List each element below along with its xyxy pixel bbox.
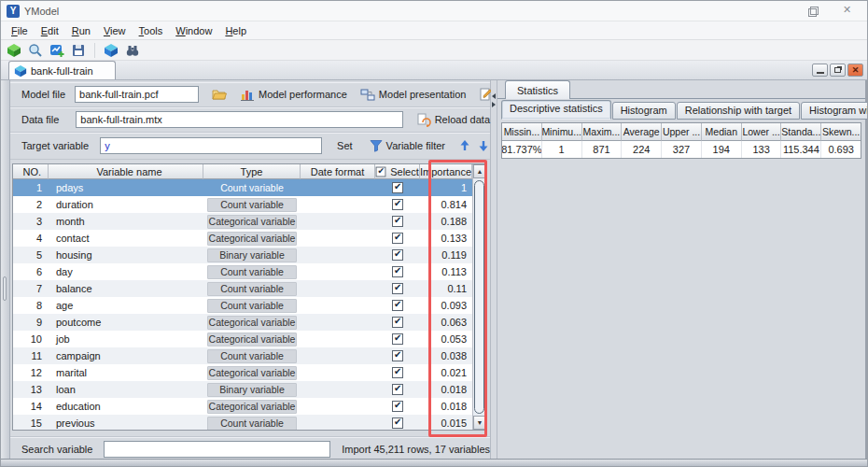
target-variable-input[interactable]	[100, 137, 322, 154]
date-format-cell[interactable]	[301, 280, 375, 297]
left-splitter[interactable]	[1, 80, 10, 459]
document-tab[interactable]: bank-full-train	[8, 61, 116, 79]
reload-data-button[interactable]: Reload data	[416, 112, 490, 127]
date-format-cell[interactable]	[301, 263, 375, 280]
table-row[interactable]: 6 day Count variable 0.113	[13, 263, 472, 280]
variable-type-cell[interactable]: Count variable	[203, 415, 301, 431]
table-row[interactable]: 11 campaign Count variable 0.038	[13, 347, 472, 364]
date-format-cell[interactable]	[301, 364, 375, 381]
menu-item[interactable]: View	[97, 23, 133, 38]
row-checkbox-checked[interactable]	[392, 317, 403, 328]
menu-item[interactable]: Run	[65, 23, 97, 38]
new-project-button[interactable]	[5, 41, 23, 59]
open-model-file-button[interactable]	[212, 87, 227, 102]
date-format-cell[interactable]	[301, 247, 375, 263]
row-checkbox-checked[interactable]	[392, 350, 403, 361]
row-checkbox-checked[interactable]	[392, 417, 403, 429]
variable-type-cell[interactable]: Count variable	[203, 196, 301, 213]
statistics-column-header[interactable]: Minimu...	[542, 123, 582, 141]
statistics-column-header[interactable]: Median	[702, 123, 742, 141]
variable-type-cell[interactable]: Categorical variable	[203, 364, 301, 381]
menu-item[interactable]: Help	[218, 23, 253, 38]
search-variable-input[interactable]	[104, 441, 330, 458]
model-presentation-button[interactable]: Model presentation	[360, 87, 467, 102]
date-format-cell[interactable]	[301, 415, 375, 431]
variable-type-cell[interactable]: Categorical variable	[203, 213, 301, 230]
row-checkbox-checked[interactable]	[392, 249, 403, 261]
data-file-input[interactable]	[76, 111, 402, 128]
variable-filter-button[interactable]: Variable filter	[370, 139, 445, 152]
row-checkbox-checked[interactable]	[392, 367, 403, 378]
date-format-cell[interactable]	[301, 297, 375, 314]
move-up-button[interactable]	[458, 139, 471, 152]
col-header-date[interactable]: Date format	[301, 164, 375, 179]
variable-type-cell[interactable]: Categorical variable	[203, 331, 301, 347]
row-checkbox-checked[interactable]	[392, 216, 403, 227]
open-model-button[interactable]	[102, 41, 120, 59]
date-format-cell[interactable]	[301, 398, 375, 415]
model-performance-button[interactable]: Model performance	[240, 87, 347, 102]
variable-type-cell[interactable]: Categorical variable	[203, 314, 301, 331]
tab-statistics[interactable]: Statistics	[505, 80, 570, 99]
table-scrollbar[interactable]: ▲ ▼	[472, 164, 485, 430]
menu-item[interactable]: File	[5, 23, 35, 38]
row-checkbox-checked[interactable]	[392, 300, 403, 311]
variable-type-cell[interactable]: Categorical variable	[203, 398, 301, 415]
table-row[interactable]: 2 duration Count variable 0.814	[13, 196, 472, 213]
frame-close-button[interactable]: ✕	[847, 64, 863, 77]
date-format-cell[interactable]	[301, 230, 375, 247]
col-header-importance[interactable]: Importance	[420, 164, 472, 179]
table-row[interactable]: 1 pdays Count variable 1	[13, 179, 472, 196]
splitter-grip[interactable]	[3, 276, 7, 301]
window-close-button[interactable]	[843, 6, 854, 17]
variable-type-cell[interactable]: Count variable	[203, 280, 301, 297]
variable-type-cell[interactable]: Categorical variable	[203, 230, 301, 247]
set-target-button[interactable]: Set	[337, 140, 353, 151]
table-row[interactable]: 10 job Categorical variable 0.053	[13, 331, 472, 347]
row-checkbox-checked[interactable]	[392, 199, 403, 210]
statistics-subtab[interactable]: Descriptive statistics	[501, 100, 611, 120]
table-row[interactable]: 15 previous Count variable 0.015	[13, 415, 472, 431]
date-format-cell[interactable]	[301, 314, 375, 331]
statistics-column-header[interactable]: Skewn...	[821, 123, 861, 141]
statistics-column-header[interactable]: Average	[622, 123, 662, 141]
statistics-column-header[interactable]: Upper ...	[662, 123, 702, 141]
statistics-subtab[interactable]: Histogram	[612, 102, 676, 120]
table-row[interactable]: 13 loan Binary variable 0.018	[13, 381, 472, 398]
row-checkbox-checked[interactable]	[392, 233, 403, 244]
table-row[interactable]: 5 housing Binary variable 0.119	[13, 247, 472, 263]
new-model-button[interactable]	[48, 41, 66, 59]
variable-type-cell[interactable]: Binary variable	[203, 247, 301, 263]
date-format-cell[interactable]	[301, 331, 375, 347]
col-header-type[interactable]: Type	[203, 164, 301, 179]
statistics-subtab[interactable]: Relationship with target	[677, 102, 800, 120]
variable-type-cell[interactable]: Binary variable	[203, 381, 301, 398]
panel-splitter[interactable]	[491, 80, 497, 459]
move-down-button[interactable]	[477, 139, 490, 152]
table-row[interactable]: 12 marital Categorical variable 0.021	[13, 364, 472, 381]
table-row[interactable]: 8 age Count variable 0.093	[13, 297, 472, 314]
frame-restore-button[interactable]	[830, 64, 846, 77]
scrollbar-thumb[interactable]	[474, 180, 484, 414]
preview-button[interactable]	[26, 41, 45, 59]
frame-minimize-button[interactable]	[812, 64, 828, 77]
collapse-left-icon[interactable]	[492, 93, 496, 99]
variable-type-cell[interactable]: Count variable	[203, 179, 301, 196]
col-header-select[interactable]: Select	[375, 164, 420, 179]
save-button[interactable]	[69, 41, 88, 59]
statistics-column-header[interactable]: Lower ...	[742, 123, 782, 141]
table-row[interactable]: 7 balance Count variable 0.11	[13, 280, 472, 297]
find-button[interactable]	[123, 41, 142, 59]
model-file-input[interactable]	[75, 86, 199, 103]
row-checkbox-checked[interactable]	[392, 182, 403, 193]
select-all-checkbox[interactable]	[376, 166, 386, 177]
row-checkbox-checked[interactable]	[392, 333, 403, 345]
table-row[interactable]: 4 contact Categorical variable 0.133	[13, 230, 472, 247]
menu-item[interactable]: Window	[169, 23, 218, 38]
row-checkbox-checked[interactable]	[392, 401, 403, 412]
row-checkbox-checked[interactable]	[392, 266, 403, 277]
menu-item[interactable]: Edit	[35, 23, 65, 38]
scroll-down-button[interactable]: ▼	[473, 416, 486, 430]
col-header-name[interactable]: Variable name	[49, 164, 203, 179]
window-restore-button[interactable]	[807, 6, 819, 17]
